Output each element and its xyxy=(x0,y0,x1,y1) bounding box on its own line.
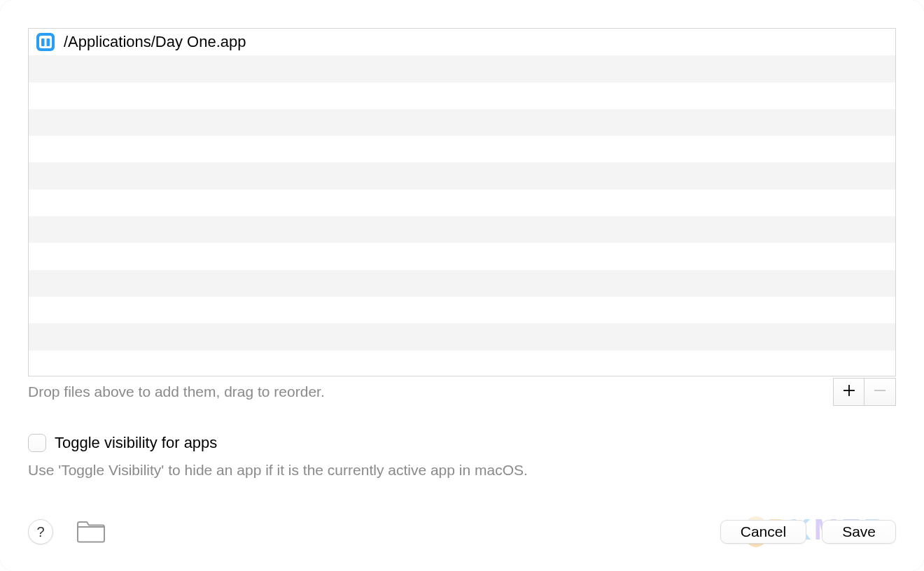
file-row-empty[interactable] xyxy=(29,216,895,243)
cancel-button[interactable]: Cancel xyxy=(720,520,806,544)
file-row-empty[interactable] xyxy=(29,162,895,189)
svg-rect-2 xyxy=(41,38,45,46)
file-row-empty[interactable] xyxy=(29,270,895,297)
file-list[interactable]: /Applications/Day One.app xyxy=(28,28,896,376)
file-row-empty[interactable] xyxy=(29,55,895,82)
file-row-empty[interactable] xyxy=(29,297,895,323)
help-icon: ? xyxy=(36,524,44,540)
svg-rect-1 xyxy=(39,36,52,48)
file-path-label: /Applications/Day One.app xyxy=(64,33,246,51)
toggle-visibility-checkbox[interactable] xyxy=(28,434,46,452)
file-row-empty[interactable] xyxy=(29,109,895,136)
add-remove-group xyxy=(833,378,896,406)
folder-icon xyxy=(76,519,106,545)
file-row[interactable]: /Applications/Day One.app xyxy=(29,29,895,55)
footer-right: Cancel Save xyxy=(720,520,896,544)
file-row-empty[interactable] xyxy=(29,351,895,376)
dialog-window: /Applications/Day One.app Drop files abo… xyxy=(0,0,924,571)
toggle-visibility-label: Toggle visibility for apps xyxy=(55,434,217,452)
minus-icon xyxy=(874,383,886,401)
save-button[interactable]: Save xyxy=(822,520,896,544)
toggle-visibility-row: Toggle visibility for apps xyxy=(28,434,896,452)
remove-button[interactable] xyxy=(864,379,895,405)
list-controls-row: Drop files above to add them, drag to re… xyxy=(28,378,896,406)
file-row-empty[interactable] xyxy=(29,323,895,350)
footer-left: ? xyxy=(28,519,106,544)
drop-hint-text: Drop files above to add them, drag to re… xyxy=(28,378,325,400)
day-one-app-icon xyxy=(36,32,55,52)
svg-rect-3 xyxy=(47,38,50,46)
file-row-empty[interactable] xyxy=(29,190,895,216)
file-row-empty[interactable] xyxy=(29,83,895,109)
add-button[interactable] xyxy=(834,379,864,405)
plus-icon xyxy=(843,383,855,401)
footer-row: ? Cancel Save xyxy=(28,519,896,544)
file-row-empty[interactable] xyxy=(29,243,895,269)
file-row-empty[interactable] xyxy=(29,136,895,162)
help-button[interactable]: ? xyxy=(28,519,53,544)
folder-button[interactable] xyxy=(76,520,106,544)
toggle-visibility-description: Use 'Toggle Visibility' to hide an app i… xyxy=(28,462,896,479)
